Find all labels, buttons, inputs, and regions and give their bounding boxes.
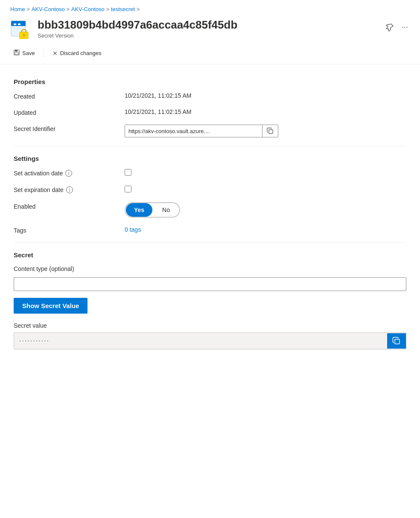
secret-section-title: Secret bbox=[14, 251, 406, 259]
breadcrumb-akv2[interactable]: AKV-Contoso bbox=[71, 6, 105, 12]
expiration-checkbox[interactable] bbox=[125, 186, 131, 192]
divider-properties bbox=[14, 146, 406, 146]
activation-value bbox=[125, 169, 406, 177]
tags-label: Tags bbox=[14, 226, 125, 234]
breadcrumb-sep-4: > bbox=[137, 6, 140, 12]
discard-button[interactable]: ✕ Discard changes bbox=[49, 48, 105, 59]
discard-label: Discard changes bbox=[60, 50, 102, 56]
updated-value: 10/21/2021, 11:02:15 AM bbox=[125, 108, 406, 115]
created-row: Created 10/21/2021, 11:02:15 AM bbox=[14, 92, 406, 100]
content-type-input[interactable] bbox=[14, 277, 406, 291]
updated-row: Updated 10/21/2021, 11:02:15 AM bbox=[14, 108, 406, 116]
svg-rect-2 bbox=[14, 23, 16, 25]
identifier-field bbox=[125, 125, 278, 137]
expiration-info-icon[interactable]: i bbox=[66, 186, 73, 193]
divider-settings bbox=[14, 242, 406, 243]
expiration-row: Set expiration date i bbox=[14, 186, 406, 194]
title-block: bbb31809b4bd4997a6accaa4c85f45db Secret … bbox=[38, 18, 377, 39]
svg-rect-3 bbox=[18, 23, 20, 25]
created-label: Created bbox=[14, 92, 125, 100]
activation-checkbox[interactable] bbox=[125, 169, 131, 176]
discard-icon: ✕ bbox=[52, 50, 58, 57]
identifier-label: Secret Identifier bbox=[14, 125, 125, 132]
secret-value-label: Secret value bbox=[14, 322, 406, 329]
save-label: Save bbox=[22, 50, 35, 56]
toolbar-divider bbox=[44, 49, 44, 58]
pin-button[interactable] bbox=[384, 21, 396, 33]
identifier-row: Secret Identifier bbox=[14, 125, 406, 137]
activation-row: Set activation date i bbox=[14, 169, 406, 177]
expiration-label: Set expiration date bbox=[14, 186, 64, 193]
save-icon bbox=[14, 49, 20, 57]
activation-info-icon[interactable]: i bbox=[65, 170, 72, 177]
show-secret-button[interactable]: Show Secret Value bbox=[14, 298, 88, 314]
page-title: bbb31809b4bd4997a6accaa4c85f45db bbox=[38, 18, 377, 32]
header-actions: ··· bbox=[384, 21, 410, 33]
settings-section-title: Settings bbox=[14, 155, 406, 162]
more-button[interactable]: ··· bbox=[400, 21, 410, 33]
svg-rect-9 bbox=[15, 52, 18, 55]
page-subtitle: Secret Version bbox=[38, 32, 377, 39]
identifier-field-container bbox=[125, 125, 406, 137]
tags-link[interactable]: 0 tags bbox=[125, 226, 141, 233]
svg-rect-6 bbox=[23, 35, 24, 37]
content-type-row: Content type (optional) bbox=[14, 265, 406, 298]
tags-value: 0 tags bbox=[125, 226, 406, 233]
secret-value-container: ··········· bbox=[14, 332, 406, 349]
breadcrumb-sep-3: > bbox=[106, 6, 109, 12]
breadcrumb-testsecret[interactable]: testsecret bbox=[111, 6, 135, 12]
enabled-toggle-container: Yes No bbox=[125, 202, 406, 218]
breadcrumb-sep-1: > bbox=[27, 6, 30, 12]
svg-rect-11 bbox=[395, 339, 400, 344]
content-type-label: Content type (optional) bbox=[14, 265, 406, 272]
tags-row: Tags 0 tags bbox=[14, 226, 406, 234]
expiration-label-container: Set expiration date i bbox=[14, 186, 125, 193]
breadcrumb-sep-2: > bbox=[67, 6, 70, 12]
activation-label: Set activation date bbox=[14, 170, 63, 177]
created-value: 10/21/2021, 11:02:15 AM bbox=[125, 92, 406, 99]
toggle-yes[interactable]: Yes bbox=[126, 203, 152, 217]
breadcrumb: Home > AKV-Contoso > AKV-Contoso > tests… bbox=[0, 0, 420, 17]
updated-label: Updated bbox=[14, 108, 125, 116]
copy-icon bbox=[267, 128, 274, 134]
main-content: Properties Created 10/21/2021, 11:02:15 … bbox=[0, 64, 420, 360]
copy-identifier-button[interactable] bbox=[262, 125, 278, 137]
save-button[interactable]: Save bbox=[10, 47, 38, 59]
copy-secret-icon bbox=[392, 337, 401, 345]
enabled-toggle[interactable]: Yes No bbox=[125, 202, 180, 218]
secret-version-icon bbox=[10, 18, 31, 39]
svg-rect-10 bbox=[269, 130, 273, 134]
identifier-input[interactable] bbox=[125, 125, 262, 137]
breadcrumb-akv1[interactable]: AKV-Contoso bbox=[32, 6, 65, 12]
breadcrumb-home[interactable]: Home bbox=[10, 6, 25, 12]
toolbar: Save ✕ Discard changes bbox=[0, 44, 420, 64]
copy-secret-button[interactable] bbox=[387, 333, 406, 349]
expiration-value bbox=[125, 186, 406, 194]
secret-value-dots: ··········· bbox=[14, 333, 387, 349]
enabled-row: Enabled Yes No bbox=[14, 202, 406, 218]
activation-label-container: Set activation date i bbox=[14, 169, 125, 177]
page-header: bbb31809b4bd4997a6accaa4c85f45db Secret … bbox=[0, 17, 420, 44]
enabled-label: Enabled bbox=[14, 202, 125, 210]
svg-rect-8 bbox=[15, 50, 18, 52]
ellipsis-icon: ··· bbox=[402, 23, 408, 32]
properties-section-title: Properties bbox=[14, 78, 406, 85]
toggle-no[interactable]: No bbox=[153, 203, 179, 217]
